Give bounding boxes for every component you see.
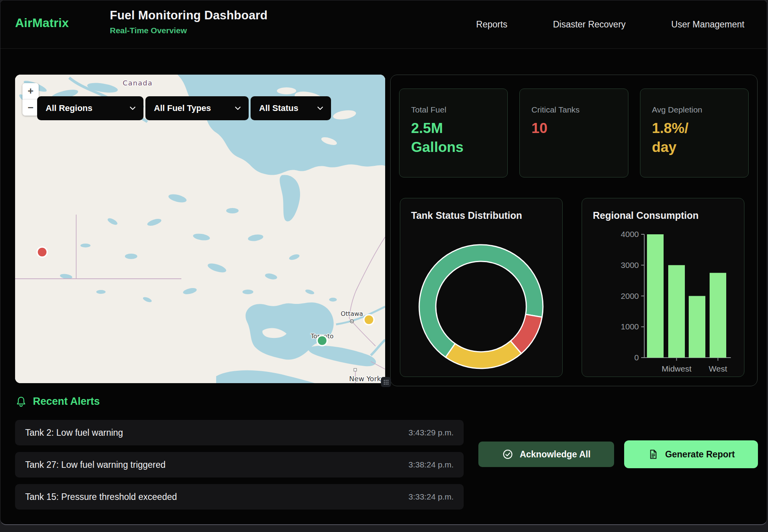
tank-status-chart-card: Tank Status Distribution xyxy=(400,198,563,377)
stat-card-critical-tanks: Critical Tanks 10 xyxy=(519,89,628,177)
map-filter-bar: All Regions All Fuel Types All Status xyxy=(37,96,331,120)
drag-dots-icon xyxy=(383,379,389,385)
regional-consumption-chart-card: Regional Consumption 01000200030004000Mi… xyxy=(582,198,744,377)
stat-label: Total Fuel xyxy=(411,105,496,114)
stat-value: 2.5M Gallons xyxy=(411,119,496,157)
alert-message: Tank 2: Low fuel warning xyxy=(25,428,123,438)
map[interactable]: Canada Ottawa Toronto New York + − All R… xyxy=(15,75,385,383)
chevron-down-icon xyxy=(235,106,241,110)
alerts-list: Tank 2: Low fuel warning 3:43:29 p.m. Ta… xyxy=(15,420,464,516)
stat-value: 1.8%/ day xyxy=(652,119,737,157)
status-filter-value: All Status xyxy=(259,103,298,113)
regional-consumption-bar-chart: 01000200030004000MidwestWest xyxy=(582,198,744,377)
svg-text:0: 0 xyxy=(634,353,639,362)
map-label-canada: Canada xyxy=(123,79,153,87)
status-filter-select[interactable]: All Status xyxy=(251,96,331,120)
nav-disaster-recovery[interactable]: Disaster Recovery xyxy=(553,19,626,30)
alert-row[interactable]: Tank 27: Low fuel warning triggered 3:38… xyxy=(15,452,464,477)
map-zoom-control: + − xyxy=(22,83,39,116)
nav-user-management[interactable]: User Management xyxy=(671,19,744,30)
stat-value: 10 xyxy=(531,119,616,138)
chevron-down-icon xyxy=(317,106,323,110)
alert-message: Tank 27: Low fuel warning triggered xyxy=(25,460,166,470)
map-label-new-york: New York xyxy=(349,375,381,383)
tank-status-donut-chart xyxy=(400,198,563,377)
document-icon xyxy=(647,448,659,460)
fuel-type-filter-value: All Fuel Types xyxy=(154,103,211,113)
map-label-ottawa: Ottawa xyxy=(341,310,363,317)
acknowledge-all-button[interactable]: Acknowledge All xyxy=(478,442,614,467)
charts-row: Tank Status Distribution Regional Consum… xyxy=(400,198,744,377)
stats-row: Total Fuel 2.5M Gallons Critical Tanks 1… xyxy=(399,89,749,177)
stat-label: Critical Tanks xyxy=(531,105,616,114)
stat-card-total-fuel: Total Fuel 2.5M Gallons xyxy=(399,89,508,177)
tank-marker-warning[interactable] xyxy=(364,315,374,325)
svg-text:3000: 3000 xyxy=(621,261,639,269)
svg-text:4000: 4000 xyxy=(621,230,639,239)
stat-card-avg-depletion: Avg Depletion 1.8%/ day xyxy=(640,89,749,177)
alert-time: 3:43:29 p.m. xyxy=(408,428,454,437)
map-canvas[interactable]: Canada Ottawa Toronto New York xyxy=(15,75,385,383)
generate-report-label: Generate Report xyxy=(665,449,735,460)
generate-report-button[interactable]: Generate Report xyxy=(624,440,758,468)
alerts-heading-text: Recent Alerts xyxy=(33,396,100,408)
svg-text:1000: 1000 xyxy=(621,322,639,331)
zoom-in-button[interactable]: + xyxy=(22,83,39,99)
map-resize-handle[interactable] xyxy=(381,377,391,387)
new-york-town-square xyxy=(354,368,357,371)
zoom-out-button[interactable]: − xyxy=(22,99,39,116)
alert-row[interactable]: Tank 15: Pressure threshold exceeded 3:3… xyxy=(15,484,464,510)
alert-time: 3:38:24 p.m. xyxy=(408,460,454,469)
header: AirMatrix Fuel Monitoring Dashboard Real… xyxy=(0,0,767,49)
page-title: Fuel Monitoring Dashboard xyxy=(110,9,268,22)
overview-panel: Total Fuel 2.5M Gallons Critical Tanks 1… xyxy=(390,75,758,386)
bell-icon xyxy=(15,396,27,408)
brand-logo[interactable]: AirMatrix xyxy=(15,16,69,30)
svg-text:Midwest: Midwest xyxy=(662,364,691,373)
alert-row[interactable]: Tank 2: Low fuel warning 3:43:29 p.m. xyxy=(15,420,464,445)
acknowledge-all-label: Acknowledge All xyxy=(520,449,591,460)
nav-reports[interactable]: Reports xyxy=(476,19,507,30)
fuel-type-filter-select[interactable]: All Fuel Types xyxy=(145,96,249,120)
alerts-heading: Recent Alerts xyxy=(15,396,100,408)
main-nav: Reports Disaster Recovery User Managemen… xyxy=(476,0,744,49)
region-filter-select[interactable]: All Regions xyxy=(37,96,143,120)
page-subtitle: Real-Time Overview xyxy=(110,26,268,35)
app-window: AirMatrix Fuel Monitoring Dashboard Real… xyxy=(0,0,767,525)
alert-message: Tank 15: Pressure threshold exceeded xyxy=(25,492,177,502)
svg-text:2000: 2000 xyxy=(621,292,639,300)
tank-marker-critical[interactable] xyxy=(37,247,47,257)
check-circle-icon xyxy=(502,448,514,460)
region-filter-value: All Regions xyxy=(46,103,92,113)
chevron-down-icon xyxy=(130,106,136,110)
alert-time: 3:33:24 p.m. xyxy=(408,492,454,501)
stat-label: Avg Depletion xyxy=(652,105,737,114)
ottawa-town-dot-center xyxy=(352,321,353,322)
tank-marker-normal[interactable] xyxy=(317,336,327,346)
svg-text:West: West xyxy=(709,364,727,373)
alert-actions: Acknowledge All Generate Report xyxy=(478,440,758,468)
title-block: Fuel Monitoring Dashboard Real-Time Over… xyxy=(110,9,268,35)
